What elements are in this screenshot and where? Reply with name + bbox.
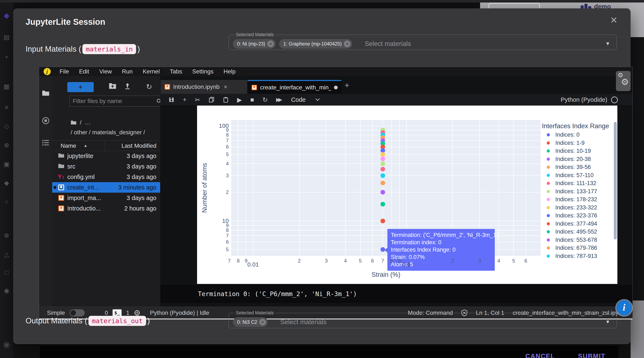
new-folder-icon[interactable] <box>109 83 116 90</box>
restart-kernel-icon[interactable]: ↻ <box>262 96 268 104</box>
legend-item[interactable]: Indices: 57-110 <box>547 172 594 179</box>
restart-run-all-icon[interactable]: ▶▶ <box>276 97 280 103</box>
menu-file[interactable]: File <box>54 68 74 75</box>
simple-mode-toggle[interactable] <box>70 309 85 316</box>
menu-help[interactable]: Help <box>218 68 241 75</box>
file-row[interactable]: Y:config.yml3 days ago <box>52 172 160 182</box>
app-logo-icon[interactable]: ❖ <box>0 13 13 20</box>
data-point-hovered[interactable] <box>380 247 385 252</box>
paste-cells-icon[interactable] <box>223 97 229 103</box>
material-chip[interactable]: 0: Ni (mp-23)× <box>233 39 276 49</box>
close-icon[interactable]: × <box>606 13 621 27</box>
column-last-modified[interactable]: Last Modified <box>122 143 156 149</box>
breadcrumb-ellipsis[interactable]: … <box>85 119 91 126</box>
run-cell-icon[interactable]: ▶ <box>237 96 242 104</box>
terminal-icon[interactable]: $_ <box>112 309 122 316</box>
kernel-status-label[interactable]: Python (Pyodide) | Idle <box>150 309 209 316</box>
chip-remove-icon[interactable]: × <box>259 319 266 325</box>
diamond-icon[interactable]: ◇ <box>0 123 13 130</box>
add-icon[interactable]: + <box>0 54 13 60</box>
legend-item[interactable]: Indices: 679-786 <box>547 245 597 251</box>
legend-item[interactable]: Indices: 10-19 <box>547 148 591 154</box>
grid-icon[interactable]: ▣ <box>0 161 13 167</box>
circle-icon[interactable]: ○ <box>0 199 13 205</box>
menu-tabs[interactable]: Tabs <box>165 68 187 75</box>
breadcrumb-root[interactable]: / <box>80 119 82 126</box>
file-row[interactable]: import_ma...3 days ago <box>52 193 160 203</box>
unsaved-changes-icon[interactable] <box>334 86 338 89</box>
menu-view[interactable]: View <box>94 68 117 75</box>
menu-kernel[interactable]: Kernel <box>138 68 165 75</box>
cell-type-select[interactable]: Code <box>291 96 306 103</box>
legend-item[interactable]: Indices: 377-494 <box>547 221 597 227</box>
chevron-down-icon[interactable] <box>315 98 320 101</box>
legend-item[interactable]: Indices: 1-9 <box>547 140 585 146</box>
data-point[interactable] <box>380 219 385 223</box>
plus-circle-icon[interactable]: ⊕ <box>0 142 13 148</box>
data-point[interactable] <box>380 161 385 166</box>
chip-remove-icon[interactable]: × <box>344 41 350 47</box>
chevron-down-icon[interactable]: ▼ <box>605 41 610 47</box>
settings-gears-button[interactable]: ⚙ ⚙ <box>616 71 630 91</box>
tab-label[interactable]: Introduction.ipynb <box>173 84 220 90</box>
refresh-icon[interactable]: ↻ <box>146 83 152 91</box>
home-folder-icon[interactable] <box>71 120 76 125</box>
material-chip[interactable]: 1: Graphene (mp-1040425)× <box>279 39 352 49</box>
file-row[interactable]: Introductio...2 hours ago <box>52 203 160 214</box>
data-point[interactable] <box>380 167 385 171</box>
menu-run[interactable]: Run <box>117 68 138 75</box>
cancel-button[interactable]: CANCEL <box>525 352 555 358</box>
kernel-indicator[interactable]: Python (Pyodide) <box>561 96 618 103</box>
legend-item[interactable]: Indices: 133-177 <box>547 188 597 195</box>
materials-icon[interactable]: ▦ <box>0 83 13 90</box>
dashboard-icon[interactable]: ▤ <box>0 34 13 40</box>
info-button[interactable]: i <box>616 300 632 316</box>
output-selected-materials-field[interactable]: Selected Materials 0: Ni3 C2× Select mat… <box>228 310 617 328</box>
select-materials-placeholder[interactable]: Select materials <box>365 40 411 48</box>
running-kernels-icon[interactable] <box>42 117 50 125</box>
file-row[interactable]: create_int...3 minutes ago <box>52 182 160 193</box>
legend-item[interactable]: Indices: 323-376 <box>547 212 597 219</box>
save-icon[interactable] <box>168 97 174 103</box>
legend-item[interactable]: Indices: 20-38 <box>547 156 591 162</box>
column-name[interactable]: Name <box>60 143 76 149</box>
data-point[interactable] <box>380 157 385 161</box>
tab-create-interface-active[interactable]: create_interface_with_min_ <box>248 80 342 94</box>
data-point[interactable] <box>380 202 385 206</box>
legend-item[interactable]: Indices: 787-913 <box>547 253 597 259</box>
copy-cells-icon[interactable] <box>208 97 214 103</box>
tab-close-icon[interactable]: × <box>224 83 228 91</box>
upload-icon[interactable] <box>124 83 131 91</box>
tab-label[interactable]: create_interface_with_min_ <box>260 84 331 91</box>
sort-ascending-icon[interactable]: ▲ <box>84 144 88 148</box>
triangle-icon[interactable]: △ <box>0 251 13 257</box>
chip-remove-icon[interactable]: × <box>267 41 274 47</box>
list-icon[interactable]: ≡ <box>0 104 13 111</box>
legend-item[interactable]: Indices: 39-56 <box>547 164 591 170</box>
jupyterlite-logo-icon[interactable]: j <box>44 68 51 75</box>
data-point[interactable] <box>380 190 385 195</box>
table-of-contents-icon[interactable] <box>42 139 50 147</box>
breadcrumb-path[interactable]: / other / materials_designer / <box>71 129 145 136</box>
file-browser-icon[interactable] <box>42 90 50 97</box>
cut-cells-icon[interactable]: ✂ <box>195 96 200 104</box>
legend-item[interactable]: Indices: 111-132 <box>547 180 596 187</box>
gem-icon[interactable]: ◆ <box>0 180 13 186</box>
globe-icon[interactable]: ◉ <box>0 287 13 294</box>
input-selected-materials-field[interactable]: Selected Materials 0: Ni (mp-23)×1: Grap… <box>228 32 617 50</box>
breadcrumb[interactable]: / … <box>71 119 91 126</box>
material-chip[interactable]: 0: Ni3 C2× <box>233 317 268 327</box>
select-materials-placeholder[interactable]: Select materials <box>280 318 326 326</box>
submit-button[interactable]: SUBMIT <box>578 352 606 358</box>
close-circle-icon[interactable]: ⊗ <box>0 232 13 239</box>
legend-item[interactable]: Indices: 178-232 <box>547 196 597 203</box>
legend-item[interactable]: Indices: 233-322 <box>547 204 597 211</box>
square-icon[interactable]: □ <box>0 269 13 276</box>
legend-item[interactable]: Indices: 0 <box>547 132 580 138</box>
legend-item[interactable]: Indices: 553-678 <box>547 237 597 243</box>
legend-item[interactable]: Indices: 495-552 <box>547 228 597 235</box>
chevron-down-icon[interactable]: ▼ <box>605 319 610 325</box>
filter-files-input[interactable]: Filter files by name <box>70 96 165 107</box>
data-point[interactable] <box>380 181 385 185</box>
tab-introduction-ipynb[interactable]: Introduction.ipynb × <box>160 80 247 94</box>
